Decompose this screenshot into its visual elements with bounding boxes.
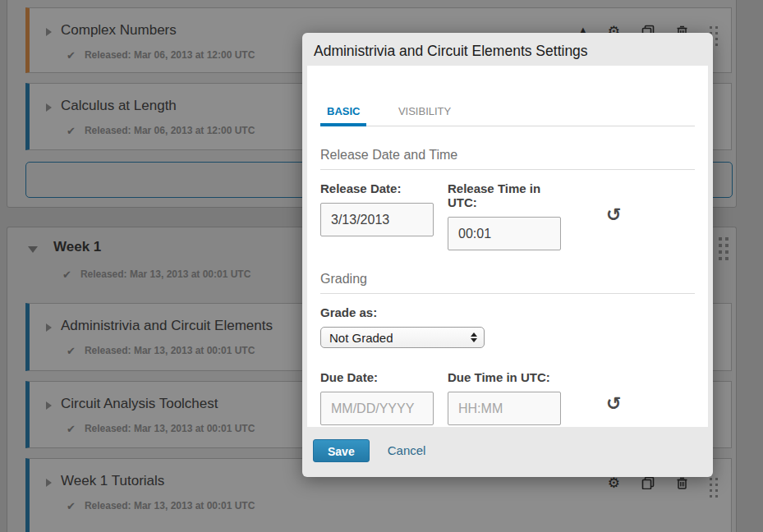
- due-time-input[interactable]: [448, 392, 561, 425]
- due-date-label: Due Date:: [320, 370, 434, 384]
- tab-visibility[interactable]: VISIBILITY: [392, 105, 457, 126]
- release-date-label: Release Date:: [320, 181, 434, 195]
- settings-modal: Administrivia and Circuit Elements Setti…: [302, 33, 713, 477]
- course-outline-page: Complex Numbers Released: Mar 06, 2013 a…: [0, 0, 763, 532]
- release-time-input[interactable]: [448, 217, 561, 250]
- release-section-heading: Release Date and Time: [320, 148, 695, 170]
- select-stepper-icon: [471, 332, 477, 342]
- grade-select-value: Not Graded: [329, 331, 471, 345]
- grading-section-heading: Grading: [320, 272, 695, 294]
- due-date-field: Due Date:: [320, 370, 434, 425]
- release-reset: [606, 181, 621, 224]
- release-time-label: Release Time in UTC:: [448, 181, 561, 209]
- reset-release-icon[interactable]: [606, 206, 621, 224]
- release-fields-row: Release Date: Release Time in UTC:: [320, 181, 695, 250]
- modal-tabs: BASIC VISIBILITY: [320, 103, 695, 126]
- release-date-field: Release Date:: [320, 181, 434, 236]
- save-button[interactable]: Save: [313, 439, 370, 462]
- due-time-label: Due Time in UTC:: [448, 370, 561, 384]
- cancel-button[interactable]: Cancel: [388, 439, 426, 457]
- modal-footer: Save Cancel: [302, 427, 713, 477]
- due-time-field: Due Time in UTC:: [448, 370, 561, 425]
- grade-select[interactable]: Not Graded: [320, 327, 485, 348]
- grade-as-label: Grade as:: [320, 305, 695, 319]
- due-fields-row: Due Date: Due Time in UTC:: [320, 370, 695, 425]
- tab-basic[interactable]: BASIC: [320, 105, 366, 126]
- release-time-field: Release Time in UTC:: [448, 181, 561, 250]
- reset-due-icon[interactable]: [606, 395, 621, 413]
- release-date-input[interactable]: [320, 203, 434, 236]
- modal-content: BASIC VISIBILITY Release Date and Time R…: [307, 66, 708, 427]
- due-date-input[interactable]: [320, 392, 434, 425]
- due-reset: [606, 370, 621, 413]
- modal-title: Administrivia and Circuit Elements Setti…: [302, 33, 713, 60]
